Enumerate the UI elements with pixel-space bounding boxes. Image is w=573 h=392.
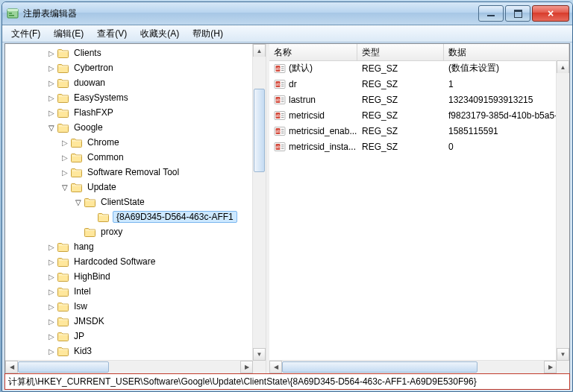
scroll-right-button[interactable]: ▶ — [240, 361, 253, 373]
expand-toggle[interactable] — [46, 121, 57, 133]
expand-toggle[interactable] — [46, 107, 57, 118]
menu-file[interactable]: 文件(F) — [5, 26, 46, 42]
registry-tree[interactable]: ClientsCybertronduowanEasySystemsFlashFX… — [5, 44, 253, 361]
expand-toggle[interactable] — [46, 271, 57, 282]
col-type[interactable]: 类型 — [357, 44, 444, 60]
tree-node[interactable]: FlashFXP — [5, 105, 253, 120]
folder-icon — [84, 196, 96, 208]
status-path: 计算机\HKEY_CURRENT_USER\Software\Google\Up… — [8, 376, 477, 388]
expand-toggle[interactable] — [46, 241, 57, 253]
tree-node[interactable]: ClientState — [5, 195, 253, 209]
tree-node[interactable]: EasySystems — [5, 90, 253, 105]
col-data[interactable]: 数据 — [444, 44, 569, 60]
expand-toggle[interactable] — [46, 256, 57, 268]
tree-node[interactable]: Intel — [5, 284, 253, 299]
list-row[interactable]: drREG_SZ1 — [269, 76, 557, 92]
tree-node-label: Isw — [72, 300, 89, 312]
tree-node-label: Google — [72, 121, 104, 133]
expand-toggle[interactable] — [72, 196, 84, 208]
tree-node-label: EasySystems — [72, 92, 130, 104]
expand-toggle[interactable] — [46, 285, 57, 297]
value-data: 1 — [448, 79, 454, 89]
statusbar: 计算机\HKEY_CURRENT_USER\Software\Google\Up… — [4, 373, 570, 390]
folder-icon — [98, 211, 110, 223]
tree-node[interactable]: Common — [5, 150, 253, 165]
folder-icon — [57, 315, 69, 327]
value-data: f9823179-385d-410b-b5a5- — [448, 110, 557, 121]
tree-node[interactable]: Google — [5, 120, 253, 135]
expand-toggle[interactable] — [46, 47, 57, 59]
tree-node[interactable]: Clients — [5, 45, 253, 60]
scroll-left-button[interactable]: ◀ — [5, 361, 18, 373]
tree-node[interactable]: Isw — [5, 299, 253, 314]
expand-toggle[interactable] — [59, 136, 71, 148]
list-hscrollbar[interactable]: ◀ ▶ — [269, 360, 557, 373]
expand-toggle[interactable] — [46, 330, 57, 342]
expand-toggle[interactable] — [46, 77, 57, 89]
tree-vscrollbar[interactable]: ▲ ▼ — [252, 44, 266, 361]
list-row[interactable]: metricsidREG_SZf9823179-385d-410b-b5a5- — [269, 107, 557, 123]
tree-hscroll-thumb[interactable] — [18, 361, 109, 373]
list-row[interactable]: lastrunREG_SZ13234091593913215 — [269, 92, 557, 107]
scroll-down-button[interactable]: ▼ — [557, 348, 569, 361]
string-value-icon — [274, 94, 286, 106]
col-name[interactable]: 名称 — [269, 44, 357, 60]
value-type: REG_SZ — [362, 79, 398, 89]
menu-help[interactable]: 帮助(H) — [187, 26, 229, 42]
tree-node-label: Kid3 — [72, 345, 93, 357]
tree-node-label: hang — [72, 241, 96, 253]
tree-node[interactable]: JP — [5, 329, 253, 344]
scroll-left-button[interactable]: ◀ — [269, 361, 282, 373]
listview-body[interactable]: (默认)REG_SZ(数值未设置)drREG_SZ1lastrunREG_SZ1… — [269, 60, 557, 361]
value-type: REG_SZ — [362, 63, 398, 74]
scroll-right-button[interactable]: ▶ — [544, 361, 557, 373]
expand-toggle[interactable] — [46, 62, 57, 74]
scroll-up-button[interactable]: ▲ — [557, 60, 569, 73]
list-vscrollbar[interactable]: ▲ ▼ — [556, 60, 569, 361]
minimize-button[interactable] — [478, 5, 504, 22]
expand-toggle[interactable] — [46, 300, 57, 312]
tree-node[interactable]: Kid3 — [5, 344, 253, 358]
tree-node[interactable]: HighBind — [5, 269, 253, 284]
tree-hscrollbar[interactable]: ◀ ▶ — [5, 360, 253, 373]
scroll-down-button[interactable]: ▼ — [253, 348, 266, 361]
list-row[interactable]: metricsid_insta...REG_SZ0 — [269, 139, 557, 154]
expand-toggle[interactable] — [46, 315, 57, 327]
tree-node[interactable]: Chrome — [5, 135, 253, 150]
expand-toggle[interactable] — [59, 166, 71, 178]
tree-node-label: JMSDK — [72, 315, 106, 327]
titlebar[interactable]: 注册表编辑器 × — [2, 2, 572, 25]
tree-node-label: ClientState — [99, 196, 146, 208]
list-row[interactable]: (默认)REG_SZ(数值未设置) — [269, 60, 557, 76]
maximize-button[interactable] — [505, 5, 530, 22]
tree-node[interactable]: JMSDK — [5, 314, 253, 329]
menu-view[interactable]: 查看(V) — [91, 26, 133, 42]
menu-fav[interactable]: 收藏夹(A) — [134, 26, 185, 42]
tree-node[interactable]: Cybertron — [5, 60, 253, 75]
list-row[interactable]: metricsid_enab...REG_SZ1585115591 — [269, 123, 557, 139]
expand-toggle[interactable] — [46, 92, 57, 104]
expand-toggle[interactable] — [46, 345, 57, 357]
tree-node[interactable]: Hardcoded Software — [5, 254, 253, 269]
tree-node[interactable]: {8A69D345-D564-463c-AFF1 — [5, 209, 253, 224]
tree-node[interactable]: duowan — [5, 75, 253, 90]
tree-node[interactable]: Update — [5, 180, 253, 195]
value-type: REG_SZ — [362, 126, 398, 136]
string-value-icon — [274, 78, 286, 90]
tree-node[interactable]: hang — [5, 239, 253, 254]
value-data: 13234091593913215 — [448, 95, 533, 105]
expand-toggle[interactable] — [59, 151, 71, 163]
tree-node-label: HighBind — [72, 271, 112, 282]
tree-vscroll-thumb[interactable] — [254, 89, 265, 172]
scroll-up-button[interactable]: ▲ — [253, 44, 266, 57]
list-hscroll-thumb[interactable] — [282, 361, 478, 373]
tree-node[interactable]: Software Removal Tool — [5, 165, 253, 180]
tree-node[interactable]: proxy — [5, 224, 253, 239]
expand-toggle[interactable] — [59, 181, 71, 193]
menu-edit[interactable]: 编辑(E) — [48, 26, 90, 42]
folder-icon — [57, 47, 69, 59]
scroll-corner — [557, 361, 569, 373]
listview-header[interactable]: 名称 类型 数据 — [269, 44, 569, 61]
scroll-corner — [253, 361, 266, 373]
close-button[interactable]: × — [532, 5, 569, 22]
